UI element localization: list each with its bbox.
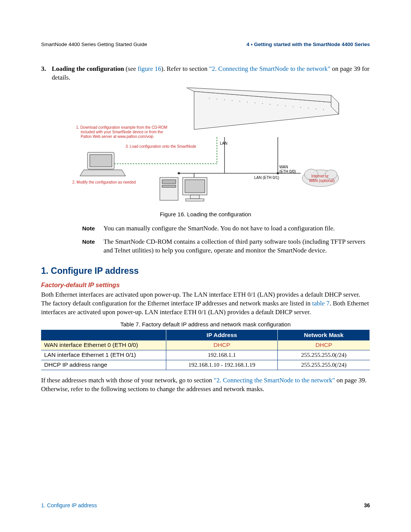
note-2-body: The SmartNode CD-ROM contains a collecti… — [104, 238, 370, 255]
header-left: SmartNode 4400 Series Getting Started Gu… — [41, 41, 147, 48]
fig-label-wan-eth: (ETH 0/0) — [279, 169, 296, 174]
fig-label-lan-eth: LAN (ETH 0/1) — [254, 176, 279, 180]
svg-point-6 — [232, 100, 233, 101]
svg-marker-21 — [80, 170, 126, 176]
cell-ip: DHCP — [166, 340, 278, 350]
svg-rect-20 — [90, 155, 112, 167]
svg-rect-27 — [190, 195, 199, 199]
table-row: LAN interface Ethernet 1 (ETH 0/1) 192.1… — [41, 350, 370, 360]
step-lead-bold: Loading the configuration — [52, 65, 124, 72]
fig-callout-3: 3. Load configuration onto the SmartNode — [126, 144, 196, 149]
subsection-heading: Factory-default IP settings — [41, 281, 370, 289]
svg-point-10 — [262, 103, 263, 104]
th-blank — [41, 330, 166, 340]
svg-point-17 — [315, 109, 316, 109]
closing-para: If these addresses match with those of y… — [41, 376, 370, 394]
note-1-body: You can manually configure the SmartNode… — [104, 224, 370, 233]
svg-point-16 — [308, 108, 309, 109]
note-2: Note The SmartNode CD-ROM contains a col… — [82, 238, 370, 255]
footer-left: 1. Configure IP address — [41, 502, 97, 509]
fig-cloud-line1: Internet or — [311, 174, 329, 178]
svg-point-13 — [285, 105, 286, 106]
step-body: Loading the configuration (see figure 16… — [52, 65, 370, 82]
th-ip: IP Address — [166, 330, 278, 340]
svg-point-9 — [255, 102, 255, 103]
row-label: WAN interface Ethernet 0 (ETH 0/0) — [41, 340, 166, 350]
svg-point-4 — [217, 99, 217, 99]
closing-pre: If these addresses match with those of y… — [41, 377, 214, 384]
step-lead-rest: (see — [124, 65, 138, 72]
cell-ip: 192.168.1.10 - 192.168.1.19 — [166, 360, 278, 370]
ip-defaults-table: IP Address Network Mask WAN interface Et… — [41, 330, 370, 370]
step-number: 3. — [41, 65, 52, 82]
svg-point-7 — [239, 101, 240, 102]
running-header: SmartNode 4400 Series Getting Started Gu… — [41, 41, 370, 48]
svg-rect-23 — [162, 180, 176, 184]
running-footer: 1. Configure IP address 36 — [41, 502, 370, 509]
page-number: 36 — [364, 502, 370, 509]
table-row: WAN interface Ethernet 0 (ETH 0/0) DHCP … — [41, 340, 370, 350]
svg-point-11 — [270, 104, 271, 105]
figure-ref-link[interactable]: figure 16 — [138, 65, 161, 72]
factory-para: Both Ethernet interfaces are activated u… — [41, 291, 370, 317]
svg-point-5 — [224, 99, 225, 100]
fig-label-lan: LAN — [220, 141, 227, 145]
header-right: 4 • Getting started with the SmartNode 4… — [247, 41, 370, 48]
svg-point-8 — [247, 102, 248, 102]
table-header-row: IP Address Network Mask — [41, 330, 370, 340]
table-row: DHCP IP address range 192.168.1.10 - 192… — [41, 360, 370, 370]
fig-callout-1-line3: Patton Web server at www.patton.com/voip — [81, 134, 153, 139]
cell-ip: 192.168.1.1 — [166, 350, 278, 360]
fig-callout-2: 2. Modify the configuration as needed — [72, 180, 136, 184]
row-label: LAN interface Ethernet 1 (ETH 0/1) — [41, 350, 166, 360]
cell-mask: 255.255.255.0(/24) — [278, 360, 370, 370]
section-link[interactable]: "2. Connecting the SmartNode to the netw… — [209, 65, 330, 72]
step-3: 3. Loading the configuration (see figure… — [41, 65, 370, 82]
svg-rect-26 — [185, 180, 205, 193]
table-ref-link[interactable]: table 7 — [312, 300, 330, 307]
step-after-figref: ). Refer to section — [161, 65, 209, 72]
svg-rect-24 — [162, 185, 176, 187]
figure-16: 1. Download configuration example from t… — [41, 88, 370, 218]
figure-caption: Figure 16. Loading the configuration — [41, 211, 370, 218]
closing-link[interactable]: "2. Connecting the SmartNode to the netw… — [214, 377, 335, 384]
cell-mask: DHCP — [278, 340, 370, 350]
section-heading: 1. Configure IP address — [41, 265, 370, 277]
fig-label-wan: WAN — [279, 165, 288, 169]
svg-point-32 — [178, 172, 180, 174]
cell-mask: 255.255.255.0(/24) — [278, 350, 370, 360]
svg-point-18 — [323, 109, 324, 110]
figure-diagram: 1. Download configuration example from t… — [65, 88, 346, 206]
svg-rect-28 — [186, 199, 204, 201]
note-label: Note — [82, 224, 104, 233]
note-label: Note — [82, 238, 104, 255]
fig-callout-1-line2: included with your SmartNode device or f… — [81, 130, 163, 134]
note-1: Note You can manually configure the Smar… — [82, 224, 370, 233]
fig-cloud-line2: WAN (optional) — [309, 179, 335, 183]
svg-point-14 — [293, 106, 293, 107]
th-mask: Network Mask — [278, 330, 370, 340]
table-caption: Table 7. Factory default IP address and … — [41, 321, 370, 328]
svg-point-33 — [277, 172, 279, 174]
svg-point-3 — [209, 98, 210, 99]
fig-callout-1-line1: 1. Download configuration example from t… — [76, 125, 167, 129]
row-label: DHCP IP address range — [41, 360, 166, 370]
document-page: SmartNode 4400 Series Getting Started Gu… — [0, 0, 411, 532]
svg-point-15 — [300, 107, 301, 108]
svg-point-12 — [277, 105, 278, 105]
